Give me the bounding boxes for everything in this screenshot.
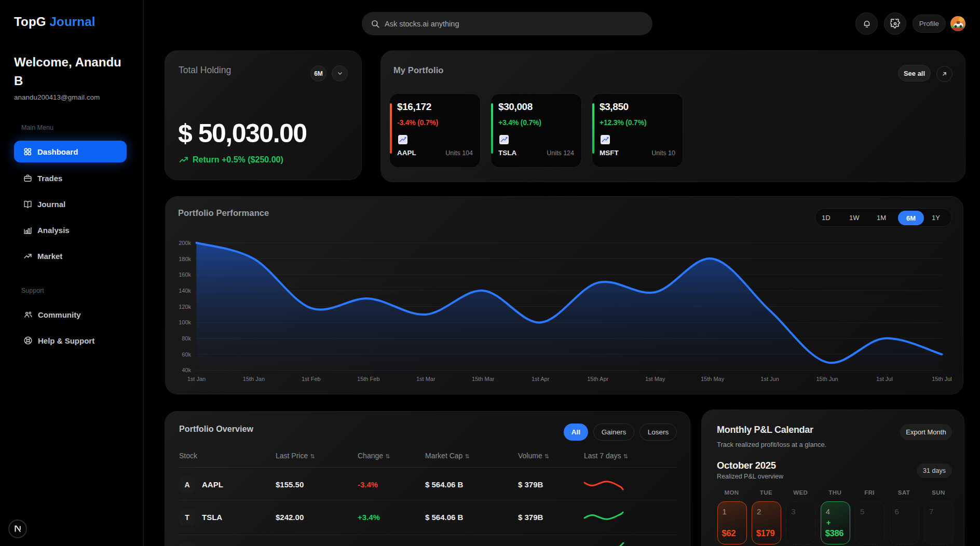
svg-text:200k: 200k	[179, 240, 191, 246]
svg-text:140k: 140k	[179, 288, 191, 294]
svg-text:160k: 160k	[179, 271, 191, 278]
svg-text:100k: 100k	[179, 319, 191, 325]
svg-text:1st Mar: 1st Mar	[416, 376, 435, 382]
svg-text:15th Jan: 15th Jan	[243, 376, 265, 382]
svg-text:80k: 80k	[182, 335, 191, 342]
svg-text:15th Feb: 15th Feb	[357, 376, 379, 382]
svg-text:60k: 60k	[182, 351, 191, 358]
svg-text:1st Jun: 1st Jun	[760, 376, 779, 382]
svg-text:15th Jun: 15th Jun	[816, 376, 838, 382]
svg-text:1st Apr: 1st Apr	[532, 376, 550, 382]
svg-text:1st Feb: 1st Feb	[302, 376, 321, 382]
svg-text:15th Apr: 15th Apr	[587, 376, 608, 382]
svg-text:15th May: 15th May	[701, 376, 725, 382]
svg-text:15th Mar: 15th Mar	[472, 376, 495, 382]
svg-text:40k: 40k	[182, 367, 191, 373]
svg-text:15th Jul: 15th Jul	[932, 376, 952, 382]
svg-text:1st Jan: 1st Jan	[187, 376, 206, 382]
svg-text:180k: 180k	[179, 256, 191, 262]
svg-text:1st May: 1st May	[645, 376, 665, 382]
svg-text:1st Jul: 1st Jul	[876, 376, 893, 382]
svg-text:120k: 120k	[179, 304, 191, 310]
